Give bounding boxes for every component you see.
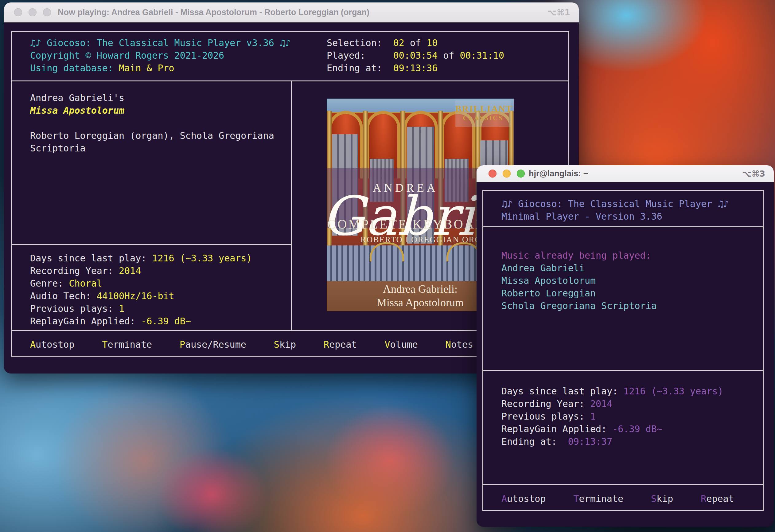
menu-item-pause-resume[interactable]: Pause/Resume bbox=[180, 339, 246, 350]
text-line: ♫♪ Giocoso: The Classical Music Player v… bbox=[30, 37, 291, 49]
menu-item-autostop[interactable]: Autostop bbox=[30, 339, 75, 350]
text-line: Music already being played: bbox=[502, 249, 657, 262]
playback-status: Selection: 02 of 10Played: 00:03:54 of 0… bbox=[327, 37, 504, 74]
minimize-button[interactable] bbox=[503, 169, 511, 177]
text-line: Andrea Gabrieli's bbox=[30, 91, 274, 104]
brilliant-classics-badge: BRILLIANT CLASSICS bbox=[455, 100, 511, 127]
window2-shortcut-badge: ⌥⌘3 bbox=[742, 169, 765, 178]
text-line: Andrea Gabrieli bbox=[502, 262, 657, 274]
menu-item-terminate[interactable]: Terminate bbox=[102, 339, 152, 350]
menu-item-repeat[interactable]: Repeat bbox=[701, 493, 734, 504]
window-minimal-player: hjr@langlais: ~ ⌥⌘3 ♫♪ Giocoso: The Clas… bbox=[477, 165, 774, 527]
text-line: Scriptoria bbox=[30, 142, 274, 154]
track-stats: Days since last play: 1216 (~3.33 years)… bbox=[502, 385, 723, 448]
close-button[interactable] bbox=[489, 169, 497, 177]
text-line: Using database: Main & Pro bbox=[30, 62, 291, 74]
zoom-button[interactable] bbox=[517, 169, 525, 177]
menu-item-terminate[interactable]: Terminate bbox=[574, 493, 624, 504]
text-line: Days since last play: 1216 (~3.33 years) bbox=[502, 385, 723, 398]
text-line: Roberto Loreggian (organ), Schola Gregor… bbox=[30, 129, 274, 142]
text-line: Played: 00:03:54 of 00:31:10 bbox=[327, 49, 504, 62]
window2-title: hjr@langlais: ~ bbox=[529, 169, 588, 178]
text-line: ReplayGain Applied: -6.39 dB~ bbox=[502, 423, 723, 435]
text-line: Roberto Loreggian bbox=[502, 287, 657, 300]
app-header: ♫♪ Giocoso: The Classical Music Player v… bbox=[30, 37, 291, 74]
text-line: Previous plays: 1 bbox=[502, 410, 723, 423]
text-line: Ending at: 09:13:37 bbox=[502, 435, 723, 448]
text-line bbox=[30, 117, 274, 129]
text-line: Audio Tech: 44100Hz/16-bit bbox=[30, 290, 252, 302]
text-line: Recording Year: 2014 bbox=[502, 398, 723, 410]
text-line: Days since last play: 1216 (~3.33 years) bbox=[30, 252, 252, 264]
minimize-button[interactable] bbox=[29, 8, 37, 16]
text-line: Ending at: 09:13:36 bbox=[327, 62, 504, 74]
text-line: Previous plays: 1 bbox=[30, 302, 252, 315]
text-line: Minimal Player - Version 3.36 bbox=[502, 210, 729, 223]
now-playing-list: Music already being played:Andrea Gabrie… bbox=[502, 249, 657, 312]
badge-text: CLASSICS bbox=[455, 114, 511, 122]
close-button[interactable] bbox=[14, 8, 22, 16]
text-line: Genre: Choral bbox=[30, 277, 252, 290]
window1-title: Now playing: Andrea Gabrieli - Missa Apo… bbox=[58, 8, 369, 17]
window2-titlebar[interactable]: hjr@langlais: ~ ⌥⌘3 bbox=[477, 165, 774, 182]
text-line: ReplayGain Applied: -6.39 dB~ bbox=[30, 315, 252, 328]
window1-shortcut-badge: ⌥⌘1 bbox=[547, 8, 570, 17]
text-line: Copyright © Howard Rogers 2021-2026 bbox=[30, 49, 291, 62]
app-header: ♫♪ Giocoso: The Classical Music Player ♫… bbox=[502, 197, 729, 223]
divider bbox=[12, 244, 291, 245]
window1-titlebar[interactable]: Now playing: Andrea Gabrieli - Missa Apo… bbox=[4, 2, 579, 22]
divider bbox=[12, 80, 568, 81]
text-line: Schola Gregoriana Scriptoria bbox=[502, 300, 657, 312]
track-metadata: Days since last play: 1216 (~3.33 years)… bbox=[30, 252, 252, 328]
menu-item-volume[interactable]: Volume bbox=[384, 339, 418, 350]
divider bbox=[483, 370, 763, 371]
zoom-button[interactable] bbox=[43, 8, 51, 16]
text-line: Missa Apostolorum bbox=[30, 104, 274, 117]
text-line: Recording Year: 2014 bbox=[30, 264, 252, 277]
divider bbox=[483, 226, 763, 227]
window2-menubar: Autostop Terminate Skip Repeat bbox=[483, 487, 763, 510]
menu-item-repeat[interactable]: Repeat bbox=[323, 339, 357, 350]
giocoso-minimal-ui: ♫♪ Giocoso: The Classical Music Player ♫… bbox=[483, 190, 764, 511]
text-line: Selection: 02 of 10 bbox=[327, 37, 504, 49]
divider bbox=[291, 80, 292, 331]
divider bbox=[483, 484, 763, 485]
badge-text: BRILLIANT bbox=[455, 103, 511, 114]
work-info: Andrea Gabrieli'sMissa ApostolorumRobert… bbox=[30, 91, 274, 154]
desktop: { "colors": { "terminal_bg": "#211231", … bbox=[0, 0, 775, 532]
menu-item-skip[interactable]: Skip bbox=[274, 339, 296, 350]
text-line: Missa Apostolorum bbox=[502, 274, 657, 287]
text-line: ♫♪ Giocoso: The Classical Music Player ♫… bbox=[502, 197, 729, 210]
menu-item-skip[interactable]: Skip bbox=[651, 493, 673, 504]
menu-item-notes[interactable]: Notes bbox=[446, 339, 473, 350]
menu-item-autostop[interactable]: Autostop bbox=[502, 493, 546, 504]
